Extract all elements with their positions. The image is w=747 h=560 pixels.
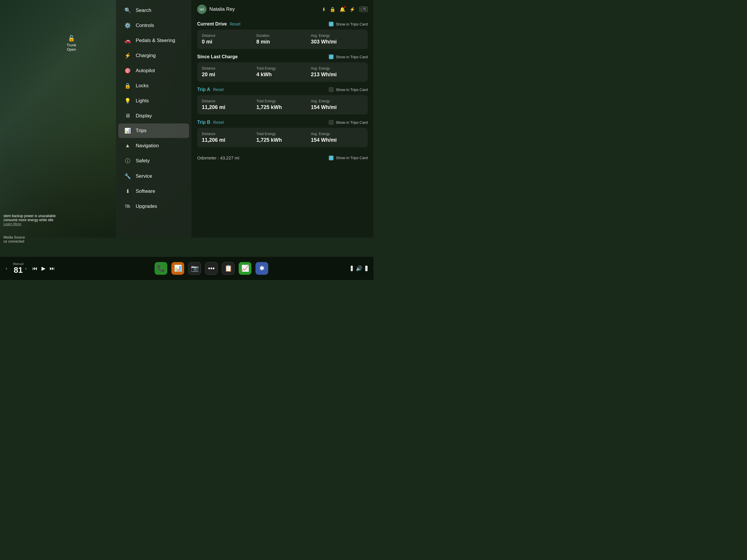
- vol-prev-btn[interactable]: ‹: [351, 266, 353, 271]
- notification-icon: 🔔: [340, 7, 345, 12]
- since-last-charge-show-trips[interactable]: ✓ Show in Trips Card: [329, 54, 368, 59]
- menu-item-pedals[interactable]: 🚗Pedals & Steering: [118, 33, 189, 48]
- since-last-charge-checkbox[interactable]: ✓: [329, 54, 334, 59]
- menu-item-search[interactable]: 🔍Search: [118, 3, 189, 18]
- trip-a-checkbox[interactable]: [329, 87, 334, 92]
- app-green[interactable]: 📈: [239, 262, 251, 275]
- trip-b-title-group: Trip B Reset: [197, 120, 224, 125]
- upgrades-icon: 🛍: [124, 203, 131, 209]
- menu-item-display[interactable]: 🖥Display: [118, 109, 189, 123]
- learn-more-link[interactable]: Learn More: [3, 222, 21, 226]
- app-bluetooth[interactable]: ✱: [256, 262, 268, 275]
- trip-a-reset[interactable]: Reset: [213, 87, 224, 92]
- current-drive-show-label: Show in Trips Card: [336, 22, 368, 26]
- trip-b-distance-value: 11,206 mi: [202, 137, 254, 143]
- trip-a-avg-energy-label: Avg. Energy: [311, 99, 363, 103]
- current-drive-avg-energy-label: Avg. Energy: [311, 34, 363, 38]
- menu-item-trips[interactable]: 📊Trips: [118, 124, 189, 138]
- trip-b-reset[interactable]: Reset: [213, 120, 224, 125]
- menu-item-safety[interactable]: ⓘSafety: [118, 153, 189, 168]
- current-drive-header: Current Drive Reset ✓ Show in Trips Card: [197, 22, 368, 27]
- slc-total-energy-label: Total Energy: [256, 66, 309, 71]
- odometer-label: Odometer : 43,227 mi: [197, 155, 239, 160]
- menu-label-lights: Lights: [136, 98, 149, 104]
- trip-a-show-label: Show in Trips Card: [336, 87, 368, 92]
- current-drive-avg-energy-value: 303 Wh/mi: [311, 39, 363, 45]
- trips-panel: NR Natalia Rey ⬇ 🔒 🔔 ⚡ LTE Current Drive…: [191, 0, 374, 238]
- slc-avg-energy-label: Avg. Energy: [311, 66, 363, 71]
- menu-label-search: Search: [136, 7, 151, 14]
- display-icon: 🖥: [124, 113, 131, 119]
- app-phone[interactable]: 📞: [155, 262, 167, 275]
- top-bar: NR Natalia Rey ⬇ 🔒 🔔 ⚡ LTE: [197, 5, 368, 17]
- menu-item-controls[interactable]: ⚙️Controls: [118, 18, 189, 33]
- menu-item-upgrades[interactable]: 🛍Upgrades: [118, 199, 189, 213]
- current-drive-show-trips[interactable]: ✓ Show in Trips Card: [329, 22, 368, 26]
- odometer-checkbox[interactable]: ✓: [329, 156, 334, 160]
- trip-b-show-trips[interactable]: Show in Trips Card: [329, 120, 368, 125]
- since-last-charge-title: Since Last Charge: [197, 54, 238, 59]
- menu-label-navigation: Navigation: [136, 143, 159, 149]
- since-last-charge-avg-energy: Avg. Energy 213 Wh/mi: [311, 66, 363, 78]
- app-chart[interactable]: 📊: [171, 262, 184, 275]
- since-last-charge-header: Since Last Charge ✓ Show in Trips Card: [197, 54, 368, 59]
- trip-a-show-trips[interactable]: Show in Trips Card: [329, 87, 368, 92]
- menu-item-autopilot[interactable]: 🎯Autopilot: [118, 63, 189, 78]
- odometer-show-trips[interactable]: ✓ Show in Trips Card: [329, 156, 368, 160]
- menu-label-display: Display: [136, 113, 152, 119]
- trunk-indicator: 🔓 Trunk Open: [67, 35, 76, 52]
- trip-a-stats: Distance 11,206 mi Total Energy 1,725 kW…: [197, 95, 368, 114]
- vol-next-btn[interactable]: ›: [365, 266, 368, 271]
- trip-a-distance-label: Distance: [202, 99, 254, 103]
- trips-icon: 📊: [124, 128, 131, 134]
- since-last-charge-section: Since Last Charge ✓ Show in Trips Card D…: [197, 54, 368, 82]
- trip-a-total-energy-value: 1,725 kWh: [256, 104, 309, 110]
- trip-b-avg-energy: Avg. Energy 154 Wh/mi: [311, 132, 363, 143]
- speed-next-arrow[interactable]: ›: [25, 266, 27, 271]
- app-camera[interactable]: 📷: [188, 262, 201, 275]
- play-btn[interactable]: ▶: [42, 265, 46, 272]
- notification-dot: [344, 6, 346, 8]
- menu-item-software[interactable]: ⬇Software: [118, 184, 189, 198]
- trip-a-distance: Distance 11,206 mi: [202, 99, 254, 110]
- current-drive-avg-energy: Avg. Energy 303 Wh/mi: [311, 34, 363, 45]
- lights-icon: 💡: [124, 98, 131, 104]
- trip-b-header: Trip B Reset Show in Trips Card: [197, 120, 368, 125]
- current-drive-distance-value: 0 mi: [202, 39, 254, 45]
- current-drive-checkbox[interactable]: ✓: [329, 22, 334, 26]
- menu-item-navigation[interactable]: ▲Navigation: [118, 138, 189, 153]
- media-label: Media Source: [3, 235, 25, 239]
- media-connected: ce connected: [3, 239, 25, 243]
- trunk-icon: 🔓: [67, 35, 76, 42]
- system-msg-line2: consume more energy while idle: [3, 218, 56, 222]
- menu-item-service[interactable]: 🔧Service: [118, 169, 189, 184]
- current-drive-reset[interactable]: Reset: [230, 22, 240, 26]
- controls-icon: ⚙️: [124, 22, 131, 29]
- menu-item-lights[interactable]: 💡Lights: [118, 94, 189, 108]
- menu-item-charging[interactable]: ⚡Charging: [118, 48, 189, 63]
- menu-item-locks[interactable]: 🔒Locks: [118, 79, 189, 93]
- app-info[interactable]: 📋: [222, 262, 235, 275]
- app-dots[interactable]: •••: [205, 262, 218, 275]
- since-last-charge-stats: Distance 20 mi Total Energy 4 kWh Avg. E…: [197, 62, 368, 82]
- trip-b-distance: Distance 11,206 mi: [202, 132, 254, 143]
- current-drive-distance: Distance 0 mi: [202, 34, 254, 45]
- volume-icon: 🔊: [356, 265, 362, 272]
- current-drive-duration: Duration 8 min: [256, 34, 309, 45]
- trip-a-total-energy-label: Total Energy: [256, 99, 309, 103]
- prev-track-btn[interactable]: ⏮: [32, 266, 37, 272]
- next-track-btn[interactable]: ⏭: [50, 266, 55, 272]
- taskbar-apps: 📞📊📷•••📋📈✱: [72, 262, 350, 275]
- status-icons: ⬇ 🔒 🔔 ⚡ LTE: [322, 7, 368, 12]
- trip-a-title: Trip A: [197, 87, 210, 92]
- menu-label-service: Service: [136, 174, 152, 179]
- trip-b-show-label: Show in Trips Card: [336, 120, 368, 125]
- menu-label-safety: Safety: [136, 158, 150, 164]
- trip-b-checkbox[interactable]: [329, 120, 334, 125]
- menu-label-autopilot: Autopilot: [136, 68, 155, 74]
- speed-display: ‹: [6, 266, 7, 271]
- software-icon: ⬇: [124, 188, 131, 194]
- trip-a-avg-energy: Avg. Energy 154 Wh/mi: [311, 99, 363, 110]
- speed-prev-arrow[interactable]: ‹: [6, 266, 7, 271]
- trip-b-total-energy-value: 1,725 kWh: [256, 137, 309, 143]
